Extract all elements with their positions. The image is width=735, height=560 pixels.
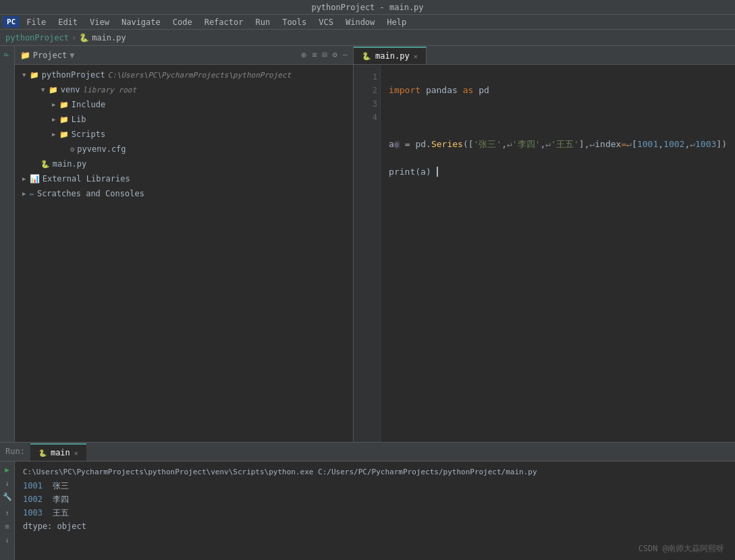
line-num-1: 1 bbox=[356, 70, 377, 84]
title-text: pythonProject - main.py bbox=[311, 3, 423, 12]
output-cmd-line: C:\Users\PC\PycharmProjects\pythonProjec… bbox=[23, 466, 727, 479]
venv-sublabel: library root bbox=[83, 86, 136, 94]
close-panel-icon[interactable]: — bbox=[343, 50, 348, 60]
code-line-2 bbox=[389, 111, 727, 124]
output-value-1002: 李四 bbox=[53, 495, 69, 504]
root-label: pythonProject bbox=[42, 70, 105, 80]
run-output: C:\Users\PC\PycharmProjects\pythonProjec… bbox=[15, 461, 735, 560]
pyvenv-label: pyvenv.cfg bbox=[77, 144, 126, 154]
breadcrumb-project[interactable]: pythonProject bbox=[5, 33, 69, 43]
code-line-3: a⚙ = pd.Series(['张三',↵'李四',↵'王五'],↵index… bbox=[389, 138, 727, 152]
menu-code[interactable]: Code bbox=[167, 16, 198, 28]
menu-bar: PC File Edit View Navigate Code Refactor… bbox=[0, 15, 735, 30]
output-value-1003: 王五 bbox=[53, 508, 69, 517]
watermark: CSDN @南师大蒜阿熙呀 bbox=[638, 543, 724, 555]
menu-vcs[interactable]: VCS bbox=[313, 16, 339, 28]
collapse-icon[interactable]: ⊟ bbox=[322, 50, 327, 60]
menu-file[interactable]: File bbox=[21, 16, 51, 28]
editor-tabs: 🐍 main.py ✕ bbox=[354, 46, 735, 65]
extlibs-arrow: ▶ bbox=[20, 175, 28, 183]
folder-icon-header: 📁 bbox=[20, 51, 30, 60]
tab-close-icon[interactable]: ✕ bbox=[414, 53, 418, 60]
line-numbers: 1 2 3 4 bbox=[354, 65, 381, 442]
scripts-folder-icon: 📁 bbox=[59, 130, 69, 139]
add-icon[interactable]: ⊕ bbox=[301, 50, 306, 60]
line-num-3: 3 bbox=[356, 97, 377, 111]
menu-navigate[interactable]: Navigate bbox=[116, 16, 166, 28]
tab-python-icon: 🐍 bbox=[362, 52, 371, 61]
line-num-2: 2 bbox=[356, 84, 377, 97]
menu-edit[interactable]: Edit bbox=[53, 16, 83, 28]
run-tab-close[interactable]: ✕ bbox=[74, 449, 78, 457]
tree-ext-libs[interactable]: ▶ 📊 External Libraries bbox=[15, 171, 353, 186]
project-icon[interactable]: P bbox=[1, 49, 13, 61]
align-icon[interactable]: ≡ bbox=[312, 50, 317, 60]
run-tab-label: main bbox=[51, 448, 70, 457]
breadcrumb-file: 🐍 main.py bbox=[79, 33, 126, 43]
tab-main-py[interactable]: 🐍 main.py ✕ bbox=[354, 47, 427, 64]
run-down2-btn[interactable]: ↓ bbox=[2, 534, 13, 545]
code-editor[interactable]: import pandas as pd a⚙ = pd.Series(['张三'… bbox=[381, 65, 735, 442]
run-tab-main[interactable]: 🐍 main ✕ bbox=[30, 443, 86, 461]
menu-view[interactable]: View bbox=[84, 16, 115, 28]
tree-main-py[interactable]: ▶ 🐍 main.py bbox=[15, 157, 353, 171]
run-up2-btn[interactable]: ↑ bbox=[2, 507, 13, 518]
tree-pyvenv[interactable]: ▶ ⚙ pyvenv.cfg bbox=[15, 142, 353, 157]
run-lines-btn[interactable]: ≡ bbox=[2, 521, 13, 532]
tree-venv[interactable]: ▼ 📁 venv library root bbox=[15, 82, 353, 97]
tree-scripts[interactable]: ▶ 📁 Scripts bbox=[15, 127, 353, 142]
output-index-1002: 1002 bbox=[23, 495, 43, 504]
include-arrow: ▶ bbox=[50, 101, 58, 109]
breadcrumb-bar: pythonProject › 🐍 main.py bbox=[0, 30, 735, 46]
project-title: Project bbox=[33, 51, 67, 60]
lib-folder-icon: 📁 bbox=[59, 115, 69, 124]
root-path: C:\Users\PC\PycharmProjects\pythonProjec… bbox=[108, 71, 292, 80]
scratches-icon: ✏ bbox=[30, 189, 34, 198]
code-line-1: import pandas as pd bbox=[389, 84, 727, 97]
title-bar: pythonProject - main.py bbox=[0, 0, 735, 15]
tree-root-project[interactable]: ▼ 📁 pythonProject C:\Users\PC\PycharmPro… bbox=[15, 67, 353, 82]
run-tab-icon: 🐍 bbox=[38, 449, 47, 457]
scratches-arrow: ▶ bbox=[20, 190, 28, 198]
root-folder-icon: 📁 bbox=[30, 71, 39, 80]
menu-tools[interactable]: Tools bbox=[277, 16, 312, 28]
venv-arrow: ▼ bbox=[39, 86, 47, 94]
project-dropdown-icon[interactable]: ▼ bbox=[70, 51, 74, 60]
editor-area: 🐍 main.py ✕ 1 2 3 4 import pandas as pd … bbox=[354, 46, 735, 442]
mainpy-python-icon: 🐍 bbox=[40, 160, 50, 169]
tree-include[interactable]: ▶ 📁 Include bbox=[15, 97, 353, 112]
run-down-btn[interactable]: ↓ bbox=[2, 478, 13, 488]
venv-label: venv bbox=[61, 85, 80, 94]
tree-scratches[interactable]: ▶ ✏ Scratches and Consoles bbox=[15, 186, 353, 201]
output-value-1001: 张三 bbox=[53, 481, 69, 491]
bottom-panel: Run: 🐍 main ✕ ▶ ↓ 🔧 ↑ ≡ ↓ C:\Users\PC\Py… bbox=[0, 442, 735, 560]
run-side-buttons: ▶ ↓ 🔧 ↑ ≡ ↓ bbox=[0, 461, 15, 560]
project-header-icons: ⊕ ≡ ⊟ ⚙ — bbox=[301, 50, 348, 60]
run-wrench-btn[interactable]: 🔧 bbox=[2, 491, 13, 502]
mainpy-label: main.py bbox=[53, 159, 87, 169]
pyvenv-file-icon: ⚙ bbox=[70, 145, 75, 154]
scripts-arrow: ▶ bbox=[50, 130, 58, 138]
main-layout: P 📁 Project ▼ ⊕ ≡ ⊟ ⚙ — ▼ 📁 pythonProjec… bbox=[0, 46, 735, 442]
menu-refactor[interactable]: Refactor bbox=[199, 16, 249, 28]
output-index-1003: 1003 bbox=[23, 508, 43, 517]
menu-run[interactable]: Run bbox=[250, 16, 275, 28]
breadcrumb-sep: › bbox=[72, 33, 76, 43]
project-tree: ▼ 📁 pythonProject C:\Users\PC\PycharmPro… bbox=[15, 65, 353, 442]
menu-window[interactable]: Window bbox=[340, 16, 380, 28]
run-label: Run: bbox=[0, 442, 30, 461]
tree-lib[interactable]: ▶ 📁 Lib bbox=[15, 112, 353, 127]
run-play-btn[interactable]: ▶ bbox=[2, 464, 13, 475]
editor-content[interactable]: 1 2 3 4 import pandas as pd a⚙ = pd.Seri… bbox=[354, 65, 735, 442]
scripts-label: Scripts bbox=[72, 130, 106, 139]
venv-folder-icon: 📁 bbox=[49, 86, 58, 94]
output-index-1001: 1001 bbox=[23, 481, 43, 491]
menu-help[interactable]: Help bbox=[381, 16, 412, 28]
project-header: 📁 Project ▼ ⊕ ≡ ⊟ ⚙ — bbox=[15, 46, 353, 65]
lib-arrow: ▶ bbox=[50, 115, 58, 123]
menu-pc[interactable]: PC bbox=[3, 16, 20, 28]
settings-icon[interactable]: ⚙ bbox=[333, 50, 337, 60]
run-tabs: Run: 🐍 main ✕ bbox=[0, 443, 735, 461]
lib-label: Lib bbox=[72, 115, 86, 124]
project-panel: 📁 Project ▼ ⊕ ≡ ⊟ ⚙ — ▼ 📁 pythonProject … bbox=[15, 46, 354, 442]
